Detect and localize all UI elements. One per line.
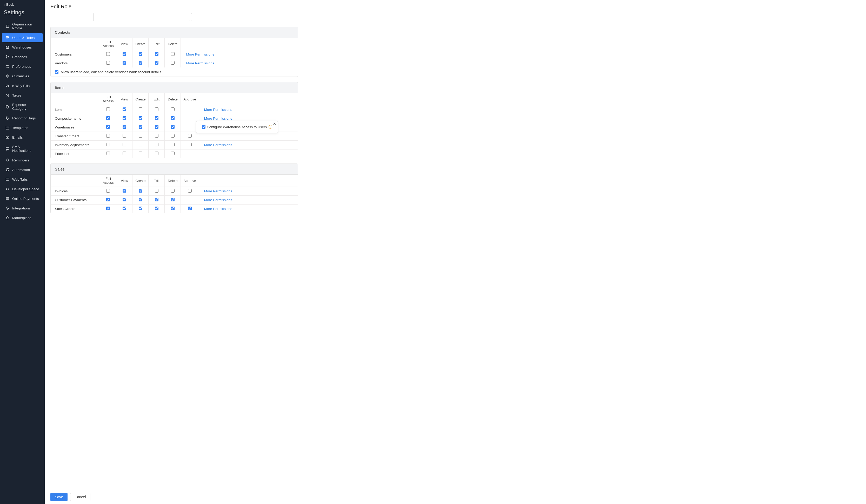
- more-permissions-link[interactable]: More Permissions: [204, 198, 232, 202]
- create-checkbox[interactable]: [139, 189, 142, 193]
- edit-checkbox[interactable]: [155, 61, 158, 65]
- delete-checkbox[interactable]: [171, 107, 175, 111]
- full-checkbox[interactable]: [106, 207, 110, 210]
- sidebar-item-online-payments[interactable]: Online Payments: [2, 194, 43, 203]
- edit-checkbox[interactable]: [155, 189, 158, 193]
- view-checkbox[interactable]: [123, 61, 126, 65]
- edit-checkbox[interactable]: [155, 207, 158, 210]
- sidebar-item-users-roles[interactable]: Users & Roles: [2, 33, 43, 42]
- view-checkbox[interactable]: [123, 107, 126, 111]
- sidebar-item-automation[interactable]: Automation: [2, 165, 43, 174]
- role-description-input[interactable]: [93, 13, 192, 21]
- delete-checkbox[interactable]: [171, 198, 175, 202]
- delete-checkbox[interactable]: [171, 116, 175, 120]
- full-checkbox[interactable]: [106, 125, 110, 129]
- approve-checkbox[interactable]: [188, 143, 192, 146]
- sidebar-item-preferences[interactable]: Preferences: [2, 62, 43, 71]
- full-checkbox[interactable]: [106, 52, 110, 56]
- sidebar-item-expense-category[interactable]: Expense Category: [2, 100, 43, 113]
- more-permissions-link[interactable]: More Permissions: [204, 116, 232, 121]
- table-row: VendorsMore Permissions: [51, 59, 298, 68]
- full-checkbox[interactable]: [106, 107, 110, 111]
- sidebar-item-eway-bills[interactable]: e-Way Bills: [2, 81, 43, 90]
- edit-checkbox[interactable]: [155, 143, 158, 146]
- sidebar-item-organization-profile[interactable]: Organization Profile: [2, 20, 43, 33]
- more-permissions-link[interactable]: More Permissions: [204, 207, 232, 211]
- edit-checkbox[interactable]: [155, 125, 158, 129]
- view-checkbox[interactable]: [123, 143, 126, 146]
- delete-checkbox[interactable]: [171, 52, 175, 56]
- more-permissions-link[interactable]: More Permissions: [186, 53, 214, 56]
- more-permissions-link[interactable]: More Permissions: [204, 143, 232, 147]
- sidebar-item-taxes[interactable]: Taxes: [2, 91, 43, 100]
- view-checkbox[interactable]: [123, 189, 126, 193]
- sidebar-item-branches[interactable]: Branches: [2, 52, 43, 61]
- delete-checkbox[interactable]: [171, 125, 175, 129]
- approve-checkbox[interactable]: [188, 189, 192, 193]
- section-sales: Sales Full Access View Create Edit Delet…: [51, 163, 298, 213]
- delete-checkbox[interactable]: [171, 151, 175, 155]
- back-link[interactable]: ‹ Back: [0, 0, 45, 8]
- create-checkbox[interactable]: [139, 143, 142, 146]
- delete-checkbox[interactable]: [171, 61, 175, 65]
- view-checkbox[interactable]: [123, 198, 126, 202]
- view-checkbox[interactable]: [123, 116, 126, 120]
- sidebar-item-currencies[interactable]: $Currencies: [2, 71, 43, 81]
- full-checkbox[interactable]: [106, 61, 110, 65]
- sidebar-item-marketplace[interactable]: Marketplace: [2, 213, 43, 222]
- create-checkbox[interactable]: [139, 116, 142, 120]
- create-checkbox[interactable]: [139, 134, 142, 138]
- more-permissions-link[interactable]: More Permissions: [204, 189, 232, 193]
- full-checkbox[interactable]: [106, 116, 110, 120]
- edit-checkbox[interactable]: [155, 107, 158, 111]
- view-checkbox[interactable]: [123, 125, 126, 129]
- delete-checkbox[interactable]: [171, 207, 175, 210]
- more-permissions-link[interactable]: More Permissions: [186, 61, 214, 65]
- edit-checkbox[interactable]: [155, 198, 158, 202]
- delete-checkbox[interactable]: [171, 134, 175, 138]
- sidebar-item-sms-notifications[interactable]: SMS Notifications: [2, 142, 43, 155]
- approve-checkbox[interactable]: [188, 207, 192, 210]
- create-checkbox[interactable]: [139, 207, 142, 210]
- approve-checkbox[interactable]: [188, 134, 192, 138]
- sidebar-item-integrations[interactable]: Integrations: [2, 204, 43, 213]
- more-permissions-link[interactable]: More Permissions: [204, 108, 232, 112]
- view-checkbox[interactable]: [123, 151, 126, 155]
- edit-checkbox[interactable]: [155, 116, 158, 120]
- close-icon[interactable]: ✕: [273, 122, 276, 126]
- sidebar-item-emails[interactable]: Emails: [2, 133, 43, 142]
- create-checkbox[interactable]: [139, 107, 142, 111]
- view-checkbox[interactable]: [123, 207, 126, 210]
- cancel-button[interactable]: Cancel: [70, 493, 90, 501]
- save-button[interactable]: Save: [51, 493, 68, 501]
- sidebar-item-developer-space[interactable]: Developer Space: [2, 184, 43, 194]
- sidebar-item-web-tabs[interactable]: Web Tabs: [2, 175, 43, 184]
- create-checkbox[interactable]: [139, 61, 142, 65]
- full-checkbox[interactable]: [106, 151, 110, 155]
- approve-cell: [181, 196, 199, 205]
- edit-checkbox[interactable]: [155, 151, 158, 155]
- full-checkbox[interactable]: [106, 134, 110, 138]
- sidebar-item-reminders[interactable]: Reminders: [2, 156, 43, 165]
- delete-checkbox[interactable]: [171, 189, 175, 193]
- create-checkbox[interactable]: [139, 198, 142, 202]
- full-checkbox[interactable]: [106, 143, 110, 146]
- create-cell: [132, 123, 148, 132]
- configure-warehouse-checkbox[interactable]: [202, 125, 206, 129]
- sidebar-item-warehouses[interactable]: Warehouses: [2, 43, 43, 52]
- edit-checkbox[interactable]: [155, 52, 158, 56]
- full-checkbox[interactable]: [106, 198, 110, 202]
- create-checkbox[interactable]: [139, 125, 142, 129]
- vendor-bank-checkbox[interactable]: [55, 70, 58, 74]
- row-label: Transfer Orders: [51, 132, 100, 141]
- delete-checkbox[interactable]: [171, 143, 175, 146]
- sidebar-item-templates[interactable]: Templates: [2, 123, 43, 133]
- full-checkbox[interactable]: [106, 189, 110, 193]
- create-checkbox[interactable]: [139, 151, 142, 155]
- edit-checkbox[interactable]: [155, 134, 158, 138]
- create-checkbox[interactable]: [139, 52, 142, 56]
- help-icon[interactable]: ?: [269, 125, 272, 129]
- view-checkbox[interactable]: [123, 134, 126, 138]
- view-checkbox[interactable]: [123, 52, 126, 56]
- sidebar-item-reporting-tags[interactable]: Reporting Tags: [2, 113, 43, 123]
